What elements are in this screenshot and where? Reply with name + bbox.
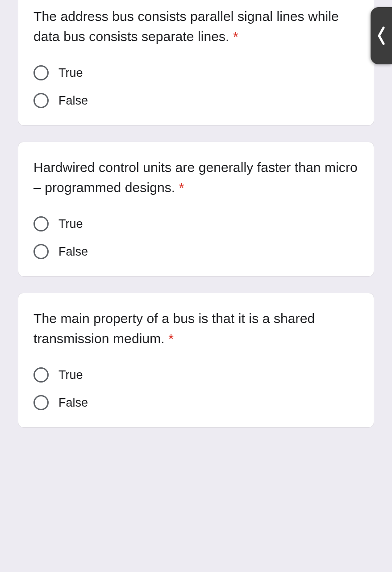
- option-true[interactable]: True: [33, 216, 359, 231]
- side-panel-toggle[interactable]: [371, 7, 392, 64]
- option-true[interactable]: True: [33, 65, 359, 80]
- question-card: Hardwired control units are generally fa…: [18, 142, 374, 277]
- radio-icon: [33, 65, 49, 80]
- option-label: True: [58, 217, 83, 231]
- option-false[interactable]: False: [33, 93, 359, 108]
- question-card: The address bus consists parallel signal…: [18, 0, 374, 126]
- radio-icon: [33, 244, 49, 259]
- question-text: The main property of a bus is that it is…: [33, 308, 359, 349]
- option-label: False: [58, 94, 88, 108]
- question-text: The address bus consists parallel signal…: [33, 6, 359, 46]
- required-asterisk: *: [233, 29, 238, 44]
- radio-icon: [33, 395, 49, 410]
- radio-icon: [33, 216, 49, 231]
- question-card: The main property of a bus is that it is…: [18, 293, 374, 428]
- option-label: True: [58, 66, 83, 80]
- question-text: Hardwired control units are generally fa…: [33, 157, 359, 198]
- required-asterisk: *: [179, 180, 184, 195]
- option-true[interactable]: True: [33, 367, 359, 383]
- option-false[interactable]: False: [33, 244, 359, 259]
- radio-icon: [33, 367, 49, 383]
- chevron-left-icon: [375, 25, 387, 46]
- question-prompt: The main property of a bus is that it is…: [33, 311, 315, 346]
- required-asterisk: *: [168, 331, 174, 346]
- question-prompt: The address bus consists parallel signal…: [33, 9, 339, 44]
- option-label: False: [58, 396, 88, 410]
- question-prompt: Hardwired control units are generally fa…: [33, 160, 358, 195]
- option-label: False: [58, 245, 88, 259]
- option-false[interactable]: False: [33, 395, 359, 410]
- option-label: True: [58, 368, 83, 382]
- radio-icon: [33, 93, 49, 108]
